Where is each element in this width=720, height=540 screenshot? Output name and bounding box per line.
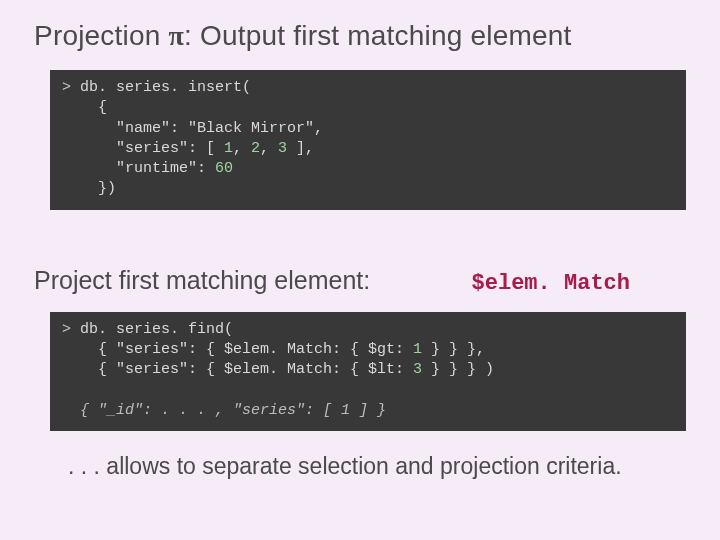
code-text: "name": "Black Mirror": [62, 120, 314, 137]
elem-match-keyword: $elem. Match: [472, 271, 630, 296]
code-text: db. series. insert(: [80, 79, 251, 96]
slide-title: Projection π: Output first matching elem…: [34, 20, 686, 52]
code-text: ,: [233, 140, 251, 157]
code-text: } } },: [422, 341, 485, 358]
code-text: { "series": { $elem. Match: { $lt:: [62, 361, 413, 378]
code-number: 1: [413, 341, 422, 358]
code-block-find: > db. series. find( { "series": { $elem.…: [50, 312, 686, 431]
subheading-row: Project first matching element: $elem. M…: [34, 266, 670, 296]
prompt: >: [62, 79, 80, 96]
code-text: [62, 381, 71, 398]
code-block-insert: > db. series. insert( { "name": "Black M…: [50, 70, 686, 210]
code-number: 3: [278, 140, 287, 157]
code-text: }): [62, 180, 116, 197]
code-text: "series": [: [62, 140, 224, 157]
code-text: ],: [287, 140, 314, 157]
code-text: "runtime":: [62, 160, 215, 177]
code-text: ,: [314, 120, 323, 137]
code-text: ,: [260, 140, 278, 157]
subheading: Project first matching element:: [34, 266, 370, 295]
slide: Projection π: Output first matching elem…: [0, 0, 720, 540]
code-text: db. series. find(: [80, 321, 233, 338]
code-text: { "series": { $elem. Match: { $gt:: [62, 341, 413, 358]
pi-symbol: π: [169, 20, 185, 51]
title-suffix: : Output first matching element: [184, 20, 571, 51]
title-prefix: Projection: [34, 20, 169, 51]
code-result: { "_id": . . . , "series": [ 1 ] }: [62, 402, 386, 419]
code-text: {: [62, 99, 107, 116]
code-text: } } } ): [422, 361, 494, 378]
code-number: 1: [224, 140, 233, 157]
code-number: 3: [413, 361, 422, 378]
footer-note: . . . allows to separate selection and p…: [68, 453, 686, 480]
code-number: 2: [251, 140, 260, 157]
prompt: >: [62, 321, 80, 338]
spacer: [34, 210, 686, 266]
code-number: 60: [215, 160, 233, 177]
